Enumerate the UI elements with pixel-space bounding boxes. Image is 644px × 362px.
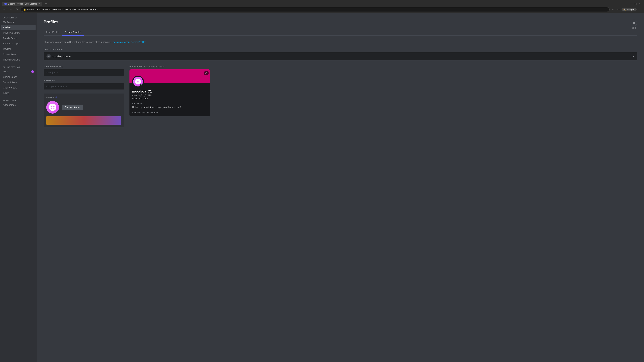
sidebar-item-my-account-label: My Account — [3, 21, 15, 23]
tab-title: Discord | Profiles | User Settings — [8, 3, 37, 5]
sidebar: USER SETTINGS My Account Profiles Privac… — [0, 13, 37, 362]
sidebar-item-my-account[interactable]: My Account — [1, 19, 36, 25]
server-nickname-input[interactable] — [44, 69, 124, 76]
sidebar-item-connections[interactable]: Connections — [1, 52, 36, 57]
sidebar-item-subscriptions-label: Subscriptions — [3, 81, 17, 84]
browser-chrome: Discord | Profiles | User Settings ✕ + ─… — [0, 0, 644, 13]
preview-username: moodjoy_71 — [132, 89, 207, 93]
info-description: Show who you are with different profiles… — [44, 41, 111, 43]
incognito-badge[interactable]: 🕵️ Incognito — [622, 8, 636, 11]
sidebar-item-devices[interactable]: Devices — [1, 46, 36, 52]
sidebar-item-authorized-apps-label: Authorized Apps — [3, 42, 20, 45]
tab-server-profiles[interactable]: Server Profiles — [62, 29, 84, 36]
toolbar-actions: ☆ ▭ 🕵️ Incognito ⋮ — [611, 7, 642, 12]
server-icon: 🎮 — [46, 54, 51, 58]
preview-about-label: ABOUT ME — [132, 103, 207, 105]
sidebar-item-friend-requests[interactable]: Friend Requests — [1, 57, 36, 62]
chevron-down-icon: ▼ — [632, 55, 634, 58]
sidebar-item-server-boost-label: Server Boost — [3, 76, 16, 78]
preview-status: Insert Text here! — [132, 97, 207, 100]
avatar-section-header: AVATAR ↺ — [46, 96, 122, 98]
avatar-preview — [46, 101, 59, 114]
user-settings-section-label: USER SETTINGS — [1, 15, 36, 19]
svg-point-5 — [138, 81, 139, 82]
left-column: SERVER NICKNAME PRONOUNS AVATAR ↺ — [44, 66, 124, 127]
split-view-icon[interactable]: ▭ — [616, 7, 620, 12]
reload-button[interactable]: ↻ — [15, 7, 19, 12]
server-dropdown[interactable]: 🎮 Moodjoy's server ▼ — [44, 52, 637, 60]
back-button[interactable]: ← — [2, 7, 7, 12]
sidebar-item-friend-requests-label: Friend Requests — [3, 58, 20, 61]
page-title: Profiles — [44, 19, 637, 24]
preview-card: moodjoy_71 moodjoy71_03619 Insert Text h… — [130, 69, 210, 116]
sidebar-item-profiles[interactable]: Profiles — [1, 25, 36, 30]
sidebar-item-authorized-apps[interactable]: Authorized Apps — [1, 41, 36, 46]
maximize-icon[interactable]: ▢ — [634, 2, 636, 5]
preview-banner — [130, 69, 210, 83]
sidebar-item-server-boost[interactable]: Server Boost — [1, 74, 36, 80]
svg-point-4 — [137, 81, 138, 82]
change-avatar-button[interactable]: Change Avatar — [62, 105, 83, 110]
avatar-section: AVATAR ↺ Change — [44, 93, 124, 127]
server-name: Moodjoy's server — [52, 55, 630, 58]
preview-about-text: Hi, I'm a good artist and I hope you'd j… — [132, 106, 207, 109]
avatar-label: AVATAR — [46, 96, 54, 98]
preview-customizing-label: CUSTOMIZING MY PROFILE — [132, 112, 207, 114]
sidebar-item-privacy-safety[interactable]: Privacy & Safety — [1, 30, 36, 35]
preview-avatar-wrapper — [132, 76, 144, 87]
sidebar-item-subscriptions[interactable]: Subscriptions — [1, 80, 36, 85]
tab-user-profile[interactable]: User Profile — [44, 29, 62, 36]
browser-toolbar: ← → ↻ 🔒 discord.com/channels/11823468517… — [0, 6, 644, 13]
preview-discriminator: moodjoy71_03619 — [132, 94, 207, 97]
app-container: USER SETTINGS My Account Profiles Privac… — [0, 13, 644, 362]
menu-icon[interactable]: ⋮ — [638, 7, 642, 12]
right-column: PREVIEW FOR MOODJOY'S SERVER — [130, 66, 210, 127]
tabs: User Profile Server Profiles — [44, 29, 637, 36]
sidebar-item-nitro[interactable]: Nitro — [1, 69, 36, 74]
discord-favicon — [4, 3, 7, 5]
avatar-reset-icon: ↺ — [55, 96, 57, 98]
svg-point-1 — [51, 106, 52, 107]
pronouns-field-group: PRONOUNS — [44, 80, 124, 89]
browser-titlebar: Discord | Profiles | User Settings ✕ + ─… — [0, 0, 644, 6]
pronouns-label: PRONOUNS — [44, 80, 124, 82]
sidebar-item-billing[interactable]: Billing — [1, 90, 36, 96]
nitro-badge-icon — [31, 70, 34, 73]
sidebar-item-billing-label: Billing — [3, 92, 9, 94]
sidebar-item-devices-label: Devices — [3, 48, 12, 50]
sidebar-item-family-center[interactable]: Family Center — [1, 35, 36, 41]
pronouns-input[interactable] — [44, 83, 124, 89]
svg-point-0 — [49, 104, 56, 111]
info-link[interactable]: Learn more about Server Profiles — [112, 41, 146, 43]
svg-point-3 — [135, 79, 141, 84]
browser-tab[interactable]: Discord | Profiles | User Settings ✕ — [2, 2, 42, 6]
avatar-gradient-preview — [46, 116, 122, 125]
info-text: Show who you are with different profiles… — [44, 40, 637, 44]
app-settings-section-label: APP SETTINGS — [1, 98, 36, 102]
server-nickname-field-group: SERVER NICKNAME — [44, 66, 124, 76]
forward-button[interactable]: → — [8, 7, 13, 12]
choose-server-label: CHOOSE A SERVER — [44, 49, 637, 51]
new-tab-button[interactable]: + — [44, 1, 48, 6]
minimize-icon[interactable]: ─ — [630, 2, 632, 5]
avatar-preview-area: Change Avatar — [46, 101, 122, 114]
sidebar-item-nitro-label: Nitro — [3, 70, 8, 73]
server-nickname-label: SERVER NICKNAME — [44, 66, 124, 68]
preview-edit-icon[interactable] — [204, 71, 209, 75]
sidebar-item-connections-label: Connections — [3, 53, 16, 56]
two-column-layout: SERVER NICKNAME PRONOUNS AVATAR ↺ — [44, 66, 637, 127]
sidebar-item-appearance[interactable]: Appearance — [1, 102, 36, 108]
sidebar-item-privacy-safety-label: Privacy & Safety — [3, 31, 20, 34]
lock-icon: 🔒 — [24, 8, 26, 11]
svg-point-2 — [53, 106, 54, 107]
billing-settings-section-label: BILLING SETTINGS — [1, 65, 36, 69]
close-window-icon[interactable]: ✕ — [639, 2, 641, 5]
sidebar-item-profiles-label: Profiles — [3, 26, 11, 29]
tab-close-icon[interactable]: ✕ — [38, 3, 40, 5]
preview-body: moodjoy_71 moodjoy71_03619 Insert Text h… — [130, 83, 210, 116]
star-icon[interactable]: ☆ — [611, 7, 615, 12]
sidebar-item-gift-inventory[interactable]: Gift Inventory — [1, 85, 36, 90]
esc-button[interactable]: ✕ ESC — [630, 19, 637, 29]
sidebar-item-appearance-label: Appearance — [3, 104, 16, 106]
address-bar[interactable]: 🔒 discord.com/channels/11823468517819843… — [21, 7, 610, 12]
